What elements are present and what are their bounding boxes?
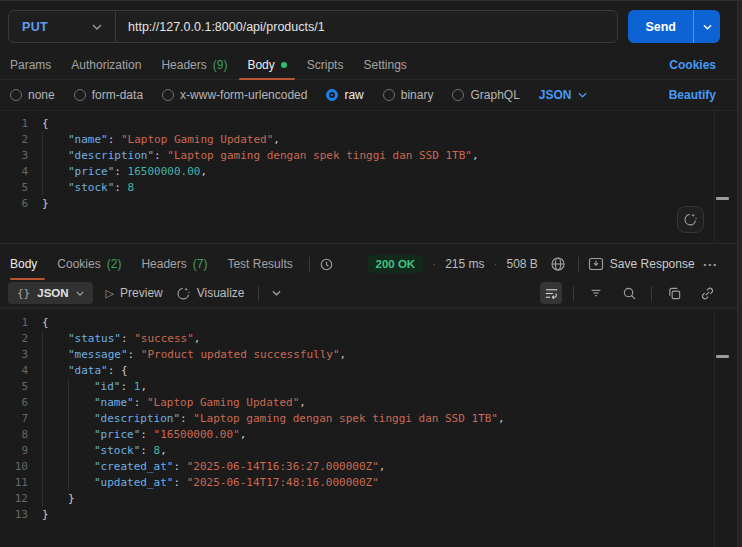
save-response-button[interactable]: Save Response xyxy=(588,257,695,271)
more-actions-button[interactable]: ••• xyxy=(704,260,718,269)
wrap-lines-button[interactable] xyxy=(540,282,562,304)
code-line: 8"price": "16500000.00", xyxy=(0,427,742,443)
code-line: 9"stock": 8, xyxy=(0,443,742,459)
line-number: 12 xyxy=(0,491,28,507)
token-key: "name" xyxy=(68,133,108,146)
response-tab-test-results[interactable]: Test Results xyxy=(217,249,302,279)
response-tab-cookies[interactable]: Cookies(2) xyxy=(47,249,131,279)
raw-format-select[interactable]: JSON xyxy=(539,88,587,102)
send-options-button[interactable] xyxy=(693,10,720,43)
indent-guide xyxy=(42,331,68,347)
copy-button[interactable] xyxy=(663,282,685,304)
filter-button[interactable] xyxy=(585,282,607,304)
visualize-button[interactable]: Visualize xyxy=(176,286,245,301)
response-body-viewer: 1{2"status": "success",3"message": "Prod… xyxy=(0,308,742,547)
request-body-editor[interactable]: 1{2"name": "Laptop Gaming Updated",3"des… xyxy=(0,110,742,244)
code-text: } xyxy=(42,196,49,212)
indent-guide xyxy=(42,379,68,395)
radio-icon xyxy=(383,89,395,101)
editor-gutter-line xyxy=(714,309,715,547)
scrollbar-thumb[interactable] xyxy=(716,197,729,200)
visualize-options-chevron-icon[interactable] xyxy=(272,290,281,296)
method-select[interactable]: PUT xyxy=(9,11,115,42)
token-punc: , xyxy=(273,133,280,146)
scrollbar-thumb[interactable] xyxy=(716,355,729,358)
token-punc: } xyxy=(42,197,49,210)
search-button[interactable] xyxy=(618,282,640,304)
token-punc: : xyxy=(121,332,134,345)
response-tabs: Body Cookies(2) Headers(7) Test Results … xyxy=(0,249,742,279)
token-punc: : xyxy=(140,444,153,457)
token-punc: { xyxy=(42,117,49,130)
token-str: "2025-06-14T16:36:27.000000Z" xyxy=(187,460,379,473)
code-text: "price": "16500000.00", xyxy=(42,427,246,443)
beautify-link[interactable]: Beautify xyxy=(669,88,716,102)
code-line: 1{ xyxy=(0,116,742,132)
token-key: "stock" xyxy=(68,181,114,194)
response-body-code: 1{2"status": "success",3"message": "Prod… xyxy=(0,315,742,523)
indent-guide xyxy=(42,180,68,196)
code-line: 2"status": "success", xyxy=(0,331,742,347)
line-number: 5 xyxy=(0,180,28,196)
globe-icon xyxy=(550,256,566,272)
body-mode-raw[interactable]: raw xyxy=(326,88,363,102)
tab-headers[interactable]: Headers(9) xyxy=(151,50,237,79)
line-number: 6 xyxy=(0,196,28,212)
code-line: 10"created_at": "2025-06-14T16:36:27.000… xyxy=(0,459,742,475)
tab-body[interactable]: Body xyxy=(237,50,296,79)
indent-guide xyxy=(42,363,68,379)
tab-scripts[interactable]: Scripts xyxy=(297,50,354,79)
token-punc: : xyxy=(128,348,141,361)
line-number: 3 xyxy=(0,347,28,363)
token-punc: , xyxy=(240,428,247,441)
tab-label: Body xyxy=(247,58,274,72)
chevron-down-icon xyxy=(703,24,712,30)
divider xyxy=(651,286,652,301)
code-text: { xyxy=(42,315,49,331)
response-size[interactable]: 508 B xyxy=(507,257,538,271)
network-info-button[interactable] xyxy=(547,253,569,275)
response-tab-body[interactable]: Body xyxy=(8,249,47,279)
line-number: 1 xyxy=(0,116,28,132)
radio-icon xyxy=(452,89,464,101)
body-mode-none[interactable]: none xyxy=(10,88,55,102)
token-key: "stock" xyxy=(94,444,140,457)
code-text: "description": "Laptop gaming dengan spe… xyxy=(42,411,505,427)
mode-label: raw xyxy=(344,88,363,102)
tab-params[interactable]: Params xyxy=(8,50,61,79)
response-history-button[interactable] xyxy=(316,253,338,275)
token-punc: , xyxy=(340,348,347,361)
line-number: 13 xyxy=(0,507,28,523)
body-mode-graphql[interactable]: GraphQL xyxy=(452,88,519,102)
body-mode-binary[interactable]: binary xyxy=(383,88,434,102)
indent-guide xyxy=(68,395,94,411)
body-mode-urlencoded[interactable]: x-www-form-urlencoded xyxy=(162,88,307,102)
send-button[interactable]: Send xyxy=(628,10,693,43)
url-input[interactable]: http://127.0.0.1:8000/api/products/1 xyxy=(116,20,617,34)
body-mode-form-data[interactable]: form-data xyxy=(74,88,143,102)
copy-link-button[interactable] xyxy=(696,282,718,304)
tab-authorization[interactable]: Authorization xyxy=(61,50,151,79)
response-format-select[interactable]: {} JSON xyxy=(8,282,93,304)
cookies-link[interactable]: Cookies xyxy=(669,58,716,72)
code-line: 3"message": "Product updated successfull… xyxy=(0,347,742,363)
status-badge[interactable]: 200 OK xyxy=(368,255,424,273)
token-key: "price" xyxy=(94,428,140,441)
preview-button[interactable]: ▷ Preview xyxy=(106,286,163,300)
token-str: "Laptop Gaming Updated" xyxy=(121,133,273,146)
save-response-icon xyxy=(588,257,604,271)
tab-label: Scripts xyxy=(307,58,344,72)
code-text: "description": "Laptop gaming dengan spe… xyxy=(42,148,479,164)
method-label: PUT xyxy=(22,20,48,34)
response-tab-headers[interactable]: Headers(7) xyxy=(131,249,217,279)
line-number: 10 xyxy=(0,459,28,475)
postbot-button[interactable] xyxy=(677,206,704,233)
token-punc: , xyxy=(140,380,147,393)
url-bar: PUT http://127.0.0.1:8000/api/products/1 xyxy=(8,10,618,43)
tab-settings[interactable]: Settings xyxy=(353,50,416,79)
token-punc: : xyxy=(108,133,121,146)
token-punc: : xyxy=(121,380,134,393)
line-number: 3 xyxy=(0,148,28,164)
response-time[interactable]: 215 ms xyxy=(445,257,484,271)
code-text: "created_at": "2025-06-14T16:36:27.00000… xyxy=(42,459,385,475)
